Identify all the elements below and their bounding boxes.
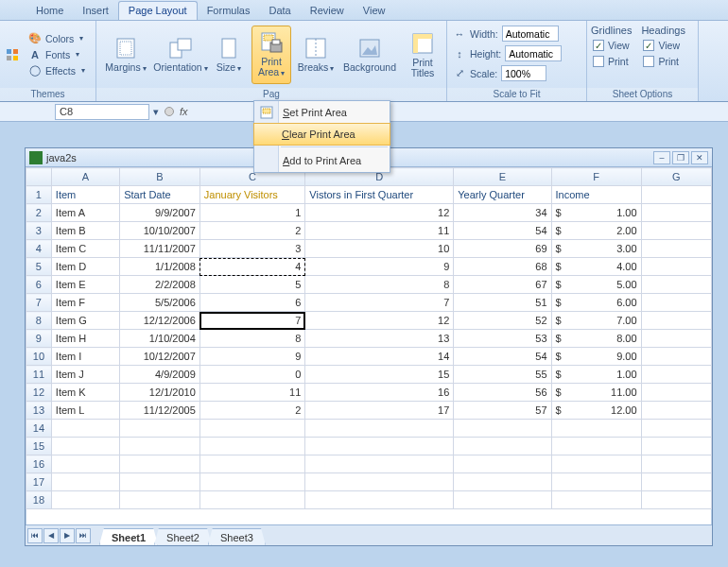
menu-set-print-area[interactable]: Set Print Area xyxy=(254,101,390,124)
gridlines-view-check[interactable]: View xyxy=(591,39,632,52)
cell[interactable] xyxy=(454,455,551,473)
cell[interactable]: 17 xyxy=(305,402,454,420)
cell[interactable] xyxy=(120,491,200,509)
cell[interactable]: 57 xyxy=(454,402,551,420)
cell[interactable]: Item E xyxy=(51,276,119,294)
cell[interactable] xyxy=(120,438,200,455)
window-restore-button[interactable]: ❐ xyxy=(672,151,689,164)
sheet-nav-last[interactable]: ⏭ xyxy=(76,528,91,543)
cell[interactable]: 11/11/2007 xyxy=(120,240,200,258)
cell[interactable] xyxy=(641,473,711,491)
cell[interactable]: Item L xyxy=(51,402,119,420)
tab-page-layout[interactable]: Page Layout xyxy=(118,1,198,20)
print-titles-button[interactable]: Print Titles xyxy=(403,26,442,84)
tab-view[interactable]: View xyxy=(354,2,395,20)
headings-view-check[interactable]: View xyxy=(641,39,685,52)
row-header-1[interactable]: 1 xyxy=(26,186,52,204)
cell[interactable]: 12/1/2010 xyxy=(120,384,200,402)
name-box[interactable]: C8 xyxy=(55,104,149,120)
cell[interactable]: $12.00 xyxy=(551,402,641,420)
cell[interactable] xyxy=(51,455,119,473)
cell[interactable]: 5 xyxy=(199,276,305,294)
cell[interactable]: 68 xyxy=(454,258,551,276)
row-header-16[interactable]: 16 xyxy=(26,455,52,473)
margins-button[interactable]: Margins xyxy=(100,26,151,84)
row-header-4[interactable]: 4 xyxy=(26,240,52,258)
cell[interactable] xyxy=(551,455,641,473)
cell[interactable] xyxy=(120,420,200,438)
cell[interactable]: 9 xyxy=(199,348,305,366)
cell[interactable]: 15 xyxy=(305,366,454,384)
cell[interactable] xyxy=(641,438,711,455)
breaks-button[interactable]: Breaks xyxy=(295,26,337,84)
cell[interactable]: 54 xyxy=(454,222,551,240)
cell[interactable]: 11 xyxy=(305,222,454,240)
cell[interactable]: 14 xyxy=(305,348,454,366)
cell[interactable]: $11.00 xyxy=(551,384,641,402)
row-header-6[interactable]: 6 xyxy=(26,276,52,294)
cell[interactable]: 13 xyxy=(305,330,454,348)
header-cell[interactable]: Start Date xyxy=(120,186,200,204)
cell[interactable] xyxy=(51,438,119,455)
cell[interactable]: 7 xyxy=(305,294,454,312)
tab-review[interactable]: Review xyxy=(301,2,354,20)
size-button[interactable]: Size xyxy=(210,26,248,84)
cell[interactable] xyxy=(51,420,119,438)
cell[interactable]: 9/9/2007 xyxy=(120,204,200,222)
cell[interactable]: 34 xyxy=(454,204,551,222)
cell[interactable] xyxy=(199,473,305,491)
header-cell[interactable]: Vistors in First Quarter xyxy=(305,186,454,204)
cell[interactable]: 5/5/2006 xyxy=(120,294,200,312)
cell[interactable]: 12/12/2006 xyxy=(120,312,200,330)
cell[interactable]: 10/10/2007 xyxy=(120,222,200,240)
row-header-2[interactable]: 2 xyxy=(26,204,52,222)
row-header-9[interactable]: 9 xyxy=(26,330,52,348)
cell[interactable]: $1.00 xyxy=(551,366,641,384)
cell[interactable]: Item G xyxy=(51,312,119,330)
cell[interactable] xyxy=(551,473,641,491)
cell[interactable]: 10 xyxy=(305,240,454,258)
cell[interactable]: $5.00 xyxy=(551,276,641,294)
cell[interactable] xyxy=(551,420,641,438)
worksheet-grid[interactable]: ABCDEFG1ItemStart DateJanuary VisitorsVi… xyxy=(26,167,712,524)
cell[interactable]: $8.00 xyxy=(551,330,641,348)
cell[interactable]: 16 xyxy=(305,384,454,402)
cell[interactable]: 1 xyxy=(199,204,305,222)
row-header-10[interactable]: 10 xyxy=(26,348,52,366)
row-header-17[interactable]: 17 xyxy=(26,473,52,491)
cell[interactable]: 2 xyxy=(199,402,305,420)
sheet-nav-first[interactable]: ⏮ xyxy=(27,528,43,543)
cell[interactable] xyxy=(305,491,454,509)
cell[interactable] xyxy=(551,438,641,455)
select-all-corner[interactable] xyxy=(26,168,52,186)
menu-clear-print-area[interactable]: Clear Print Area xyxy=(253,123,390,146)
tab-formulas[interactable]: Formulas xyxy=(198,2,260,20)
cell[interactable]: Item I xyxy=(51,348,119,366)
cell[interactable]: 53 xyxy=(454,330,551,348)
tab-data[interactable]: Data xyxy=(259,2,300,20)
fonts-button[interactable]: AFonts xyxy=(26,47,87,62)
sheet-tab-2[interactable]: Sheet2 xyxy=(154,528,212,545)
cell[interactable]: 11/12/2005 xyxy=(120,402,200,420)
cell[interactable]: 6 xyxy=(199,294,305,312)
cell[interactable] xyxy=(454,438,551,455)
row-header-13[interactable]: 13 xyxy=(26,402,52,420)
cell[interactable]: 69 xyxy=(454,240,551,258)
cancel-icon[interactable] xyxy=(165,107,174,116)
cell[interactable]: $7.00 xyxy=(551,312,641,330)
cell[interactable] xyxy=(454,420,551,438)
cell[interactable]: Item C xyxy=(51,240,119,258)
cell[interactable]: Item H xyxy=(51,330,119,348)
cell[interactable] xyxy=(199,420,305,438)
themes-button[interactable] xyxy=(4,47,21,62)
window-close-button[interactable]: ✕ xyxy=(691,151,708,164)
col-header-F[interactable]: F xyxy=(551,168,641,186)
cell[interactable]: 55 xyxy=(454,366,551,384)
cell[interactable] xyxy=(305,438,454,455)
cell[interactable] xyxy=(51,491,119,509)
row-header-15[interactable]: 15 xyxy=(26,438,52,455)
scale-height-input[interactable] xyxy=(505,45,562,61)
cell[interactable]: 11 xyxy=(199,384,305,402)
cell[interactable] xyxy=(305,473,454,491)
cell[interactable]: 0 xyxy=(199,366,305,384)
